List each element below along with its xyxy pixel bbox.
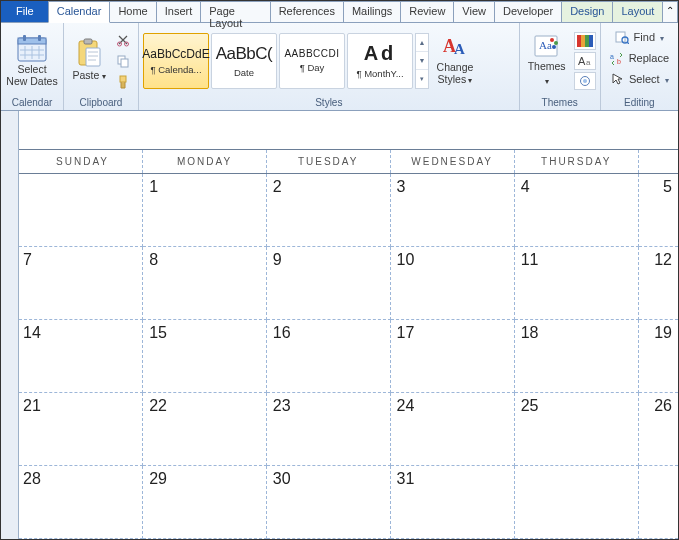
calendar-table[interactable]: SUNDAY MONDAY TUESDAY WEDNESDAY THURSDAY… <box>19 149 678 539</box>
calendar-cell[interactable]: 17 <box>390 320 514 393</box>
calendar-cell[interactable]: 10 <box>390 247 514 320</box>
calendar-cell[interactable]: 24 <box>390 393 514 466</box>
day-header: THURSDAY <box>514 150 638 174</box>
themes-button[interactable]: Aa Themes <box>524 28 570 94</box>
copy-icon <box>116 54 130 68</box>
theme-effects-button[interactable] <box>574 72 596 90</box>
tab-review[interactable]: Review <box>400 1 454 22</box>
day-header: TUESDAY <box>266 150 390 174</box>
theme-fonts-button[interactable]: Aa <box>574 52 596 70</box>
calendar-cell[interactable]: 3 <box>390 174 514 247</box>
calendar-cell[interactable]: 21 <box>19 393 143 466</box>
svg-rect-30 <box>589 35 593 47</box>
calendar-cell[interactable] <box>638 466 678 539</box>
group-label-styles: Styles <box>143 96 515 110</box>
svg-text:A: A <box>578 55 586 67</box>
svg-rect-11 <box>86 48 100 66</box>
tab-view[interactable]: View <box>453 1 495 22</box>
tab-calendar[interactable]: Calendar <box>48 1 111 23</box>
calendar-cell[interactable]: 14 <box>19 320 143 393</box>
gallery-more-icon: ▾ <box>416 70 428 87</box>
svg-rect-10 <box>84 39 92 44</box>
svg-point-34 <box>583 79 587 83</box>
calendar-cell[interactable]: 7 <box>19 247 143 320</box>
calendar-cell[interactable]: 22 <box>143 393 267 466</box>
calendar-cell[interactable]: 4 <box>514 174 638 247</box>
calendar-cell[interactable]: 18 <box>514 320 638 393</box>
calendar-cell[interactable]: 5 <box>638 174 678 247</box>
calendar-cell[interactable]: 16 <box>266 320 390 393</box>
calendar-cell[interactable]: 31 <box>390 466 514 539</box>
svg-rect-18 <box>121 59 128 67</box>
tab-layout[interactable]: Layout <box>612 1 663 22</box>
svg-point-26 <box>552 45 556 49</box>
tab-home[interactable]: Home <box>109 1 156 22</box>
day-header: SUNDAY <box>19 150 143 174</box>
calendar-cell[interactable]: 9 <box>266 247 390 320</box>
style-card-date[interactable]: AaBbC( Date <box>211 33 277 89</box>
theme-colors-button[interactable] <box>574 32 596 50</box>
calendar-cell[interactable]: 2 <box>266 174 390 247</box>
tab-insert[interactable]: Insert <box>156 1 202 22</box>
calendar-cell[interactable] <box>19 174 143 247</box>
calendar-cell[interactable]: 15 <box>143 320 267 393</box>
day-header <box>638 150 678 174</box>
calendar-cell[interactable]: 19 <box>638 320 678 393</box>
calendar-row: 7 8 9 10 11 12 <box>19 247 678 320</box>
tab-page-layout[interactable]: Page Layout <box>200 1 270 22</box>
calendar-cell[interactable]: 29 <box>143 466 267 539</box>
calendar-row: 21 22 23 24 25 26 <box>19 393 678 466</box>
style-card-day[interactable]: AABBCCDI ¶ Day <box>279 33 345 89</box>
group-themes: Aa Themes Aa Themes <box>520 23 601 110</box>
find-button[interactable]: Find <box>610 27 669 47</box>
style-card-calendar[interactable]: AaBbCcDdE ¶ Calenda... <box>143 33 209 89</box>
tab-file[interactable]: File <box>1 1 49 22</box>
style-gallery-expand[interactable]: ▲ ▼ ▾ <box>415 33 429 89</box>
calendar-cell[interactable]: 28 <box>19 466 143 539</box>
select-button[interactable]: Select <box>605 69 674 89</box>
calendar-cell[interactable]: 12 <box>638 247 678 320</box>
calendar-cell[interactable] <box>514 466 638 539</box>
calendar-cell[interactable]: 23 <box>266 393 390 466</box>
calendar-icon <box>17 34 47 62</box>
select-new-dates-button[interactable]: SelectNew Dates <box>5 28 59 94</box>
change-styles-button[interactable]: A A Change Styles <box>431 28 479 94</box>
calendar-cell[interactable]: 25 <box>514 393 638 466</box>
find-icon <box>615 30 629 44</box>
calendar-cell[interactable]: 8 <box>143 247 267 320</box>
document-area: SUNDAY MONDAY TUESDAY WEDNESDAY THURSDAY… <box>1 111 678 539</box>
clipboard-icon <box>76 38 102 68</box>
calendar-cell[interactable]: 11 <box>514 247 638 320</box>
group-label-clipboard: Clipboard <box>68 96 134 110</box>
tab-mailings[interactable]: Mailings <box>343 1 401 22</box>
calendar-cell[interactable]: 26 <box>638 393 678 466</box>
change-styles-icon: A A <box>441 34 469 60</box>
tab-design[interactable]: Design <box>561 1 613 22</box>
tab-references[interactable]: References <box>270 1 344 22</box>
svg-rect-7 <box>23 35 26 41</box>
calendar-cell[interactable]: 30 <box>266 466 390 539</box>
svg-rect-19 <box>120 76 126 82</box>
group-clipboard: Paste Clipboard <box>64 23 139 110</box>
format-painter-button[interactable] <box>114 73 132 91</box>
paste-button[interactable]: Paste <box>68 28 110 94</box>
themes-icon: Aa <box>533 33 561 59</box>
ribbon: SelectNew Dates Calendar Paste <box>1 23 678 111</box>
svg-line-37 <box>627 42 629 44</box>
day-header: WEDNESDAY <box>390 150 514 174</box>
group-label-calendar: Calendar <box>5 96 59 110</box>
svg-rect-8 <box>38 35 41 41</box>
gallery-up-icon: ▲ <box>416 34 428 52</box>
minimize-ribbon-button[interactable]: ⌃ <box>662 1 678 22</box>
svg-text:a: a <box>610 53 614 60</box>
tab-developer[interactable]: Developer <box>494 1 562 22</box>
cut-button[interactable] <box>114 31 132 49</box>
calendar-header-row: SUNDAY MONDAY TUESDAY WEDNESDAY THURSDAY <box>19 150 678 174</box>
colors-icon <box>577 35 593 47</box>
style-gallery[interactable]: AaBbCcDdE ¶ Calenda... AaBbC( Date AABBC… <box>143 33 429 89</box>
style-card-month[interactable]: Ad ¶ MonthY... <box>347 33 413 89</box>
svg-point-25 <box>554 41 558 45</box>
calendar-cell[interactable]: 1 <box>143 174 267 247</box>
replace-button[interactable]: ab Replace <box>605 48 674 68</box>
copy-button[interactable] <box>114 52 132 70</box>
